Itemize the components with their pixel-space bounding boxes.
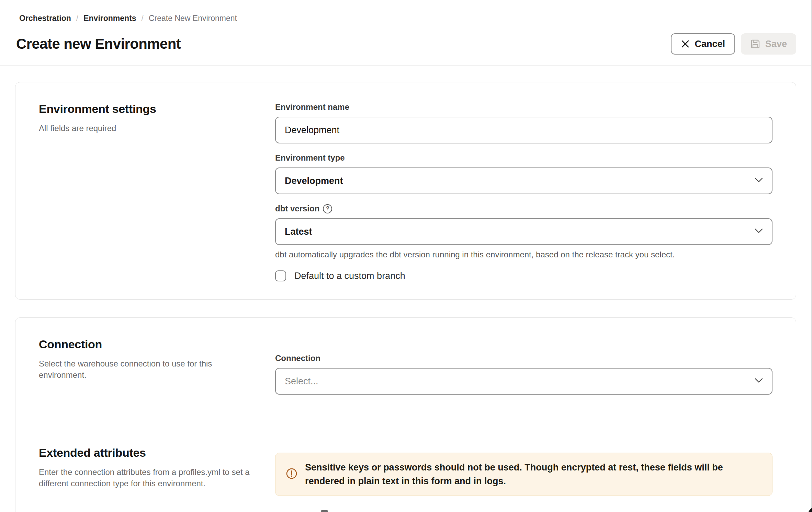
cancel-button-label: Cancel [695, 39, 725, 49]
chevron-down-icon [755, 378, 763, 385]
connection-section: Connection Select the warehouse connecti… [39, 338, 772, 395]
save-button-label: Save [765, 39, 787, 49]
custom-branch-checkbox[interactable] [275, 270, 286, 281]
connection-select[interactable]: Select... [275, 368, 772, 395]
chevron-down-icon [755, 229, 763, 235]
dbt-version-value: Latest [285, 226, 312, 237]
main-content: Environment settings All fields are requ… [0, 66, 812, 512]
environment-type-select[interactable]: Development [275, 167, 772, 194]
environment-name-label: Environment name [275, 102, 772, 112]
page-header: Orchestration / Environments / Create Ne… [0, 0, 812, 55]
connection-subtitle: Select the warehouse connection to use f… [39, 358, 235, 381]
connection-card: Connection Select the warehouse connecti… [15, 317, 796, 512]
chevron-down-icon [755, 178, 763, 184]
title-row: Create new Environment Cancel Save [16, 33, 796, 55]
page-title: Create new Environment [16, 36, 181, 52]
breadcrumb-environments[interactable]: Environments [83, 14, 136, 23]
close-icon [681, 39, 690, 48]
environment-settings-title: Environment settings [39, 102, 275, 116]
breadcrumb-current: Create New Environment [149, 14, 237, 23]
save-icon [750, 39, 760, 49]
sensitive-keys-warning-banner: Sensitive keys or passwords should not b… [275, 453, 772, 496]
custom-branch-row: Default to a custom branch [275, 270, 772, 281]
environment-name-field-group: Environment name [275, 102, 772, 143]
environment-settings-subtitle: All fields are required [39, 123, 275, 134]
help-icon[interactable]: ? [323, 204, 332, 213]
save-button[interactable]: Save [741, 33, 796, 55]
breadcrumb: Orchestration / Environments / Create Ne… [19, 14, 796, 23]
extended-attributes-title: Extended attributes [39, 446, 275, 459]
header-actions: Cancel Save [671, 33, 796, 55]
warning-icon [286, 468, 297, 481]
dbt-version-label: dbt version [275, 204, 319, 213]
environment-type-value: Development [285, 176, 343, 186]
extended-attributes-section: Extended attributes Enter the connection… [39, 446, 772, 496]
environment-type-label: Environment type [275, 153, 772, 163]
connection-field-label: Connection [275, 353, 772, 363]
warning-text: Sensitive keys or passwords should not b… [305, 461, 762, 488]
dbt-version-helper: dbt automatically upgrades the dbt versi… [275, 250, 772, 259]
window-edge-divider [811, 0, 812, 512]
connection-select-placeholder: Select... [285, 376, 318, 387]
environment-settings-card: Environment settings All fields are requ… [15, 82, 796, 300]
environment-type-field-group: Environment type Development [275, 153, 772, 194]
extended-attributes-subtitle: Enter the connection attributes from a p… [39, 466, 253, 489]
connection-field-group: Connection Select... [275, 353, 772, 395]
dbt-version-field-group: dbt version ? Latest dbt automatically u… [275, 204, 772, 259]
connection-title: Connection [39, 338, 275, 351]
breadcrumb-separator: / [142, 14, 144, 23]
cutoff-element [321, 510, 328, 512]
breadcrumb-orchestration[interactable]: Orchestration [19, 14, 71, 23]
breadcrumb-separator: / [76, 14, 78, 23]
dbt-version-select[interactable]: Latest [275, 218, 772, 245]
environment-name-input[interactable] [275, 117, 772, 143]
cancel-button[interactable]: Cancel [671, 33, 735, 55]
custom-branch-label: Default to a custom branch [294, 271, 405, 281]
